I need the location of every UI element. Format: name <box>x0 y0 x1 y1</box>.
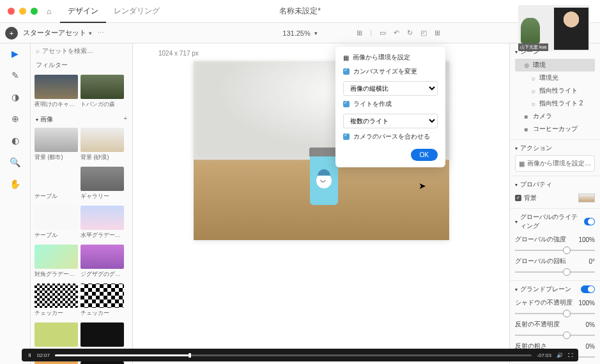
rotation-value: 0° <box>588 258 595 265</box>
tool-icon[interactable]: ✎ <box>12 70 19 80</box>
asset-thumb[interactable]: 対角グラデーシ… <box>35 245 78 278</box>
asset-thumb[interactable]: 背景 (砂漠) <box>81 128 124 162</box>
action-header[interactable]: ▾アクション <box>515 144 595 153</box>
canvas-area[interactable]: 1024 x 717 px <box>133 43 509 364</box>
zoom-value: 131.25% <box>282 29 310 37</box>
lighting-toggle[interactable] <box>584 218 596 225</box>
tab-design[interactable]: デザイン <box>60 6 106 23</box>
filter-label: フィルター <box>31 58 132 72</box>
tool-icon[interactable]: ▭ <box>380 29 386 37</box>
participant-name: 山下光恵 kua <box>518 43 548 51</box>
scene-item-coffee-cup[interactable]: ■コーヒーカップ <box>515 123 595 135</box>
more-icon[interactable]: ⋯ <box>97 29 104 37</box>
section-header[interactable]: ▾ 画像 + <box>31 111 132 125</box>
video-playbar[interactable]: ⏸ 02:07 -07:03 🔊 ⛶ <box>22 349 578 361</box>
remaining-time: -07:03 <box>537 353 551 358</box>
home-icon[interactable]: ⌂ <box>47 7 51 16</box>
folder-icon: ■ <box>524 126 530 133</box>
global-lighting-header[interactable]: ▾グローバルのライティング <box>515 213 595 231</box>
canvas-resize-checkbox[interactable] <box>343 68 350 75</box>
light-icon: ☼ <box>530 100 537 107</box>
set-env-from-image-button[interactable]: ▦画像から環境を設定… <box>515 155 595 172</box>
tool-icon[interactable]: ↻ <box>407 29 413 37</box>
asset-thumb[interactable] <box>81 361 124 364</box>
match-camera-label: カメラのパースを合わせる <box>353 132 430 141</box>
shadow-opacity-value: 100% <box>578 300 595 307</box>
scene-item-dir-light-2[interactable]: ☼指向性ライト 2 <box>515 97 595 110</box>
lights-select[interactable]: 複数のライト <box>343 114 438 128</box>
rotation-label: グローバルの回転 <box>515 257 566 266</box>
create-lights-checkbox[interactable] <box>343 101 350 107</box>
chevron-down-icon: ▾ <box>314 30 318 36</box>
bg-label: 背景 <box>524 193 537 202</box>
asset-thumb[interactable]: チェッカー <box>81 284 124 317</box>
canvas-tools: ⊞ | ▭ ↶ ↻ ◰ ⊞ <box>357 29 440 37</box>
tool-icon[interactable]: ⊞ <box>357 29 362 37</box>
starter-assets-dropdown[interactable]: スターターアセット <box>23 28 86 38</box>
scene-item-dir-light[interactable]: ☼指向性ライト <box>515 84 595 97</box>
window-controls <box>8 8 38 15</box>
asset-thumb[interactable]: チェッカー <box>35 284 78 317</box>
assets-panel: ⌕ フィルター 夜明けのキャニ… トバンガの森 ▾ 画像 + 背景 (都市) 背… <box>31 43 133 364</box>
hand-tool[interactable]: ✋ <box>10 179 20 189</box>
tab-rendering[interactable]: レンダリング <box>106 6 167 17</box>
tool-icon[interactable]: ◑ <box>12 92 19 102</box>
tool-icon[interactable]: ⊞ <box>435 29 440 37</box>
elapsed-time: 02:07 <box>37 353 50 358</box>
asset-thumb[interactable]: 背景 (都市) <box>35 128 78 162</box>
asset-thumb[interactable]: テーブル <box>35 167 78 201</box>
canvas-resize-label: カンバスサイズを変更 <box>353 67 417 76</box>
titlebar: ⌂ デザイン レンダリング 名称未設定* <box>0 0 600 23</box>
volume-icon[interactable]: 🔊 <box>557 353 563 358</box>
ground-toggle[interactable] <box>581 285 595 293</box>
rotation-slider[interactable] <box>515 271 595 273</box>
select-tool[interactable]: ▶ <box>12 49 19 59</box>
fullscreen-icon[interactable]: ⛶ <box>568 353 573 358</box>
scene-item-env-light[interactable]: ☼環境光 <box>515 72 595 84</box>
light-icon: ☼ <box>530 75 537 82</box>
asset-thumb[interactable]: ギャラリー <box>81 167 124 201</box>
asset-thumb[interactable]: トバンガの森 <box>81 75 124 109</box>
refl-opacity-label: 反射の不透明度 <box>515 320 560 329</box>
properties-header[interactable]: ▾プロパティ <box>515 180 595 189</box>
refl-opacity-value: 0% <box>586 321 595 328</box>
shadow-opacity-slider[interactable] <box>515 313 595 314</box>
tool-icon[interactable]: ◐ <box>12 135 19 146</box>
seek-track[interactable] <box>55 354 532 356</box>
tool-icon[interactable]: ◰ <box>420 29 427 37</box>
coffee-cup-object[interactable] <box>309 148 339 205</box>
asset-thumb[interactable]: ジグザグのグラ… <box>81 245 124 278</box>
tool-icon[interactable]: ↶ <box>394 29 399 37</box>
pause-icon[interactable]: ⏸ <box>27 353 32 358</box>
scene-item-camera[interactable]: ■カメラ <box>515 110 595 123</box>
image-icon: ▦ <box>343 54 349 61</box>
refl-opacity-slider[interactable] <box>515 335 595 336</box>
ground-plane-header[interactable]: ▾グランドプレーン <box>515 285 595 294</box>
match-camera-checkbox[interactable] <box>343 133 350 140</box>
video-call-overlay[interactable]: 山下光恵 kua <box>518 5 590 51</box>
asset-search[interactable]: ⌕ <box>31 43 132 58</box>
add-asset-button[interactable]: + <box>5 27 18 40</box>
asset-thumb[interactable] <box>35 361 78 364</box>
scene-item-environment[interactable]: ⊕環境 <box>515 59 595 72</box>
tool-icon[interactable]: ⊕ <box>12 114 19 124</box>
env-settings-popup: ▦画像から環境を設定 カンバスサイズを変更 画像の縦横比 ライトを作成 複数のラ… <box>335 47 445 167</box>
zoom-tool[interactable]: 🔍 <box>10 157 20 167</box>
bg-swatch[interactable] <box>578 193 595 202</box>
asset-thumb[interactable]: 水平グラデーシ… <box>81 206 124 239</box>
maximize-window[interactable] <box>31 8 38 15</box>
search-input[interactable] <box>42 47 127 54</box>
asset-thumb[interactable]: テーブル <box>35 206 78 239</box>
intensity-slider[interactable] <box>515 250 595 251</box>
aspect-select[interactable]: 画像の縦横比 <box>343 81 438 96</box>
minimize-window[interactable] <box>19 8 26 15</box>
ok-button[interactable]: OK <box>411 149 438 161</box>
zoom-control[interactable]: 131.25% ▾ <box>282 29 317 37</box>
shadow-opacity-label: シャドウの不透明度 <box>515 298 573 307</box>
asset-thumb[interactable]: 夜明けのキャニ… <box>35 75 78 109</box>
environment-icon: ⊕ <box>524 62 530 69</box>
bg-checkbox[interactable]: ✓ <box>515 195 521 201</box>
left-toolbar: ▶ ✎ ◑ ⊕ ◐ 🔍 ✋ <box>0 43 31 364</box>
canvas-dimensions: 1024 x 717 px <box>158 50 199 57</box>
close-window[interactable] <box>8 8 15 15</box>
